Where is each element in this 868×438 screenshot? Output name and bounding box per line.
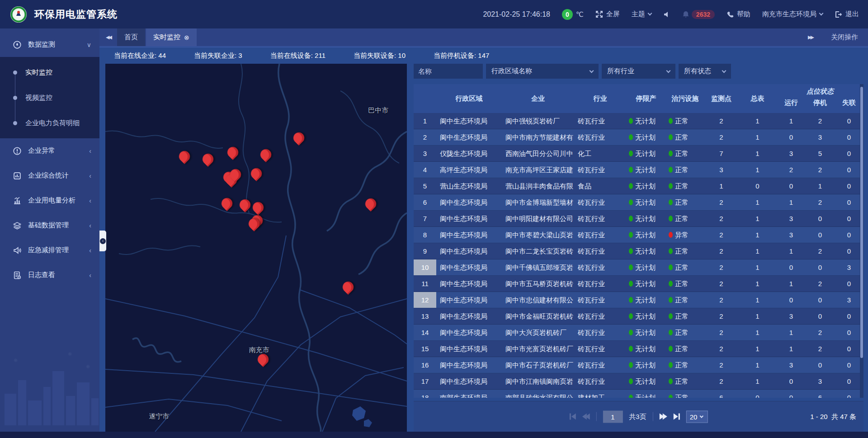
table-row[interactable]: 18南部生态环境局南部县砖华水泥有限公建材加工无计划正常60060 — [414, 390, 863, 398]
first-page-button[interactable] — [569, 414, 576, 420]
column-header-监测点[interactable]: 监测点 — [704, 84, 738, 113]
cell-running: 0 — [777, 178, 806, 194]
cell-lost: 0 — [835, 227, 863, 243]
column-header-企业[interactable]: 企业 — [502, 84, 574, 113]
last-page-button[interactable] — [674, 414, 680, 420]
region-filter-select[interactable]: 行政区域名称 — [486, 64, 599, 79]
table-row[interactable]: 16阆中生态环境局阆中市石子页岩机砖厂砖瓦行业无计划正常21300 — [414, 357, 863, 373]
cell-lost: 0 — [835, 194, 863, 210]
close-operations-button[interactable]: 关闭操作 — [831, 33, 858, 42]
sound-toggle-button[interactable] — [663, 11, 670, 18]
cell-row-number: 5 — [414, 178, 436, 194]
cell-production-limit: 无计划 — [626, 129, 666, 145]
logout-button[interactable]: 退出 — [835, 10, 859, 19]
table-row[interactable]: 8阆中生态环境局阆中市枣碧大梁山页岩砖瓦行业无计划异常21300 — [414, 227, 863, 243]
page-size-select[interactable]: 20 — [686, 410, 708, 423]
table-row[interactable]: 5营山生态环境局营山县润丰肉食品有限食品无计划正常10010 — [414, 178, 863, 194]
status-filter-select[interactable]: 所有状态 — [679, 64, 731, 79]
column-header-运行[interactable]: 运行 — [777, 99, 806, 113]
close-tab-icon[interactable]: ⊗ — [184, 34, 189, 41]
table-row[interactable]: 15阆中生态环境局阆中市光富页岩机砖厂砖瓦行业无计划正常21120 — [414, 341, 863, 357]
sidebar-group-3[interactable]: 企业综合统计‹ — [0, 163, 99, 188]
table-row[interactable]: 9阆中生态环境局阆中市二龙长宝页岩砖砖瓦行业无计划正常21120 — [414, 243, 863, 259]
table-row[interactable]: 11阆中生态环境局阆中市五马桥页岩机砖砖瓦行业无计划正常21120 — [414, 276, 863, 292]
sidebar-group-7[interactable]: 日志查看‹ — [0, 263, 99, 287]
table-row[interactable]: 7阆中生态环境局阆中明阳建材有限公司砖瓦行业无计划正常21300 — [414, 211, 863, 227]
monitor-icon — [13, 40, 22, 49]
facility-text: 正常 — [675, 373, 689, 389]
table-row[interactable]: 4高坪生态环境局南充市高坪区王家店建砖瓦行业无计划正常31220 — [414, 162, 863, 178]
cell-row-number: 14 — [414, 325, 436, 340]
column-header-总表[interactable]: 总表 — [738, 84, 777, 113]
limit-text: 无计划 — [635, 259, 656, 275]
user-org-dropdown[interactable]: 南充市生态环境局 — [762, 10, 823, 19]
sidebar-group-4[interactable]: 企业用电量分析‹ — [0, 188, 99, 213]
cell-row-number: 13 — [414, 308, 436, 324]
facility-text: 异常 — [675, 227, 689, 243]
table-row[interactable]: 10阆中生态环境局阆中千佛镇五郎垭页岩砖瓦行业无计划正常21003 — [414, 259, 863, 276]
facility-text: 正常 — [675, 276, 689, 292]
cell-industry: 砖瓦行业 — [574, 194, 626, 210]
status-dot-icon — [629, 395, 633, 398]
tabs-scroll-left-button[interactable]: ◀◀ — [99, 28, 117, 46]
notifications-button[interactable]: 2632 — [682, 10, 715, 19]
cell-industry: 砖瓦行业 — [574, 113, 626, 129]
previous-page-button[interactable] — [582, 414, 590, 420]
status-dot-icon — [629, 264, 633, 270]
map-panel[interactable]: 巴中市南充市遂宁市 — [105, 64, 407, 432]
column-header-停限产[interactable]: 停限产 — [626, 84, 666, 113]
table-row[interactable]: 14阆中生态环境局阆中大兴页岩机砖厂砖瓦行业无计划正常21120 — [414, 325, 863, 341]
scrollbar-thumb[interactable] — [860, 87, 863, 358]
table-scrollbar[interactable] — [860, 84, 863, 398]
column-header-行政区域[interactable]: 行政区域 — [436, 84, 502, 113]
table-row[interactable]: 13阆中生态环境局阆中市金福旺页岩机砖砖瓦行业无计划正常21300 — [414, 308, 863, 325]
cell-running: 3 — [777, 146, 806, 161]
chevron-left-icon: ‹ — [100, 238, 106, 244]
sidebar-item-视频监控[interactable]: 视频监控 — [0, 85, 99, 110]
column-group-point-status: 点位状态运行停机失联 — [777, 84, 863, 113]
table-row[interactable]: 17阆中生态环境局阆中市江南镇阆南页岩砖瓦行业无计划正常21030 — [414, 373, 863, 390]
cell-running: 1 — [777, 243, 806, 259]
page-number-input[interactable]: 1 — [603, 410, 623, 423]
table-row[interactable]: 2阆中生态环境局阆中市南方节能建材有砖瓦行业无计划正常21030 — [414, 129, 863, 146]
cell-total-meters: 1 — [738, 194, 777, 210]
fullscreen-button[interactable]: 全屏 — [595, 10, 620, 19]
name-filter-input[interactable] — [414, 64, 483, 79]
cell-running: 1 — [777, 113, 806, 129]
column-header-行业[interactable]: 行业 — [574, 84, 626, 113]
tab-实时监控[interactable]: 实时监控⊗ — [146, 28, 197, 46]
limit-text: 无计划 — [635, 146, 656, 161]
limit-text: 无计划 — [635, 357, 656, 373]
status-dot-icon — [669, 183, 673, 189]
status-dot-icon — [629, 199, 633, 205]
table-row[interactable]: 12阆中生态环境局阆中市忠信建材有限公砖瓦行业无计划正常21003 — [414, 292, 863, 308]
table-row[interactable]: 3仪陇生态环境局西南油气田分公司川中化工无计划正常71350 — [414, 146, 863, 162]
tab-首页[interactable]: 首页 — [117, 28, 145, 46]
sidebar-group-2[interactable]: 企业异常‹ — [0, 138, 99, 163]
status-dot-icon — [629, 330, 633, 335]
column-header-治污设施[interactable]: 治污设施 — [666, 84, 704, 113]
tabs-scroll-right-button[interactable]: ▶▶ — [802, 34, 819, 40]
sidebar-item-实时监控[interactable]: 实时监控 — [0, 60, 99, 85]
sidebar-collapse-handle[interactable]: ‹ — [99, 231, 106, 251]
sidebar-group-1[interactable]: 数据监测∨ — [0, 32, 99, 57]
industry-filter-select[interactable]: 所有行业 — [602, 64, 675, 79]
sidebar-item-企业电力负荷明细[interactable]: 企业电力负荷明细 — [0, 110, 99, 136]
cell-production-limit: 无计划 — [626, 390, 666, 398]
status-dot-icon — [629, 216, 633, 221]
cell-region: 仪陇生态环境局 — [436, 146, 502, 161]
sidebar-group-6[interactable]: 应急减排管理‹ — [0, 238, 99, 263]
column-header-停机[interactable]: 停机 — [806, 99, 835, 113]
cell-lost: 0 — [835, 113, 863, 129]
cell-monitor-points: 3 — [704, 162, 738, 178]
table-row[interactable]: 6阆中生态环境局阆中市金博瑞新型墙材砖瓦行业无计划正常21120 — [414, 194, 863, 211]
tab-bar: ◀◀ 首页实时监控⊗ ▶▶ 关闭操作 — [99, 28, 868, 47]
help-button[interactable]: 帮助 — [726, 10, 750, 19]
column-header-失联[interactable]: 失联 — [835, 99, 863, 113]
cell-production-limit: 无计划 — [626, 325, 666, 340]
pagination-bar: 1 共3页 20 1 - 20 共 47 条 — [414, 401, 863, 432]
next-page-button[interactable] — [660, 414, 667, 420]
theme-dropdown[interactable]: 主题 — [632, 10, 651, 19]
table-row[interactable]: 1阆中生态环境局阆中强锐页岩砖厂砖瓦行业无计划正常21120 — [414, 113, 863, 129]
sidebar-group-5[interactable]: 基础数据管理‹ — [0, 213, 99, 238]
